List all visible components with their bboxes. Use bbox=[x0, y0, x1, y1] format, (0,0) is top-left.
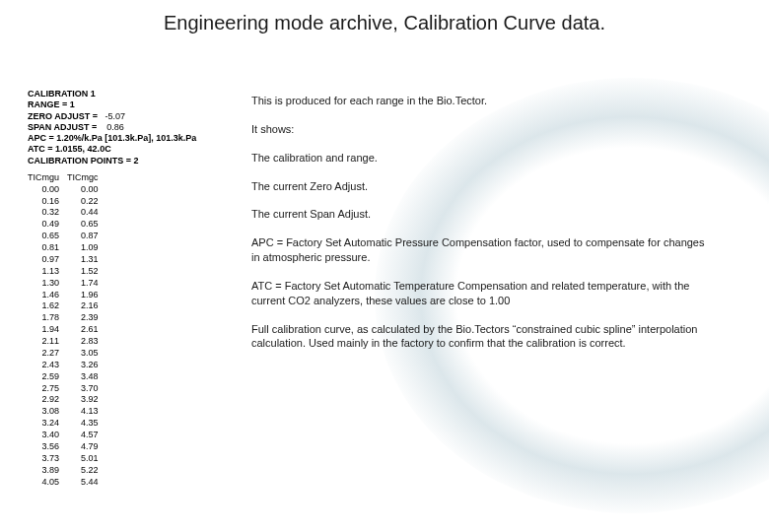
range-heading: RANGE = 1 bbox=[28, 100, 225, 110]
table-cell: 1.94 bbox=[28, 324, 67, 336]
table-cell: 4.05 bbox=[28, 477, 67, 489]
table-row: 2.593.48 bbox=[28, 371, 106, 383]
desc-paragraph: The calibration and range. bbox=[251, 151, 715, 166]
desc-paragraph: The current Span Adjust. bbox=[251, 207, 715, 222]
page-title: Engineering mode archive, Calibration Cu… bbox=[0, 12, 769, 34]
table-cell: 1.13 bbox=[28, 266, 67, 278]
table-header-row: TICmgu TICmgc bbox=[28, 172, 106, 184]
table-cell: 0.97 bbox=[28, 254, 67, 266]
table-cell: 3.24 bbox=[28, 418, 67, 430]
table-row: 3.244.35 bbox=[28, 418, 106, 430]
table-cell: 0.22 bbox=[67, 196, 106, 208]
table-row: 1.461.96 bbox=[28, 290, 106, 301]
zero-adjust-row: ZERO ADJUST = -5.07 bbox=[28, 111, 225, 122]
table-row: 2.273.05 bbox=[28, 348, 106, 360]
span-adjust-row: SPAN ADJUST = 0.86 bbox=[28, 122, 225, 133]
span-adjust-label: SPAN ADJUST = bbox=[28, 122, 97, 132]
table-cell: 3.05 bbox=[67, 348, 106, 360]
desc-paragraph: APC = Factory Set Automatic Pressure Com… bbox=[251, 235, 715, 265]
cal-points-heading: CALIBRATION POINTS = 2 bbox=[28, 156, 225, 166]
table-cell: 2.75 bbox=[28, 383, 67, 395]
table-cell: 1.62 bbox=[28, 300, 67, 312]
calibration-panel: CALIBRATION 1 RANGE = 1 ZERO ADJUST = -5… bbox=[28, 89, 225, 488]
desc-paragraph: Full calibration curve, as calculated by… bbox=[251, 322, 715, 352]
table-cell: 1.31 bbox=[67, 254, 106, 266]
table-cell: 1.74 bbox=[67, 278, 106, 290]
table-cell: 0.81 bbox=[28, 242, 67, 254]
atc-line: ATC = 1.0155, 42.0C bbox=[28, 144, 225, 155]
table-cell: 3.73 bbox=[28, 453, 67, 465]
table-row: 1.782.39 bbox=[28, 312, 106, 324]
table-cell: 1.96 bbox=[67, 290, 106, 301]
table-row: 0.971.31 bbox=[28, 254, 106, 266]
table-cell: 0.00 bbox=[67, 184, 106, 196]
table-cell: 0.00 bbox=[28, 184, 67, 196]
table-cell: 0.65 bbox=[28, 231, 67, 242]
table-cell: 0.44 bbox=[67, 207, 106, 219]
table-row: 2.112.83 bbox=[28, 336, 106, 348]
table-row: 0.000.00 bbox=[28, 184, 106, 196]
table-cell: 2.27 bbox=[28, 348, 67, 360]
table-cell: 1.30 bbox=[28, 278, 67, 290]
table-cell: 3.40 bbox=[28, 430, 67, 441]
table-cell: 2.61 bbox=[67, 324, 106, 336]
col-header-ticmgc: TICmgc bbox=[67, 172, 106, 184]
table-cell: 3.70 bbox=[67, 383, 106, 395]
table-row: 0.650.87 bbox=[28, 231, 106, 242]
table-cell: 5.22 bbox=[67, 465, 106, 477]
table-row: 2.753.70 bbox=[28, 383, 106, 395]
table-cell: 2.59 bbox=[28, 371, 67, 383]
table-cell: 4.13 bbox=[67, 406, 106, 418]
table-cell: 2.83 bbox=[67, 336, 106, 348]
description-panel: This is produced for each range in the B… bbox=[251, 94, 715, 365]
col-header-ticmgu: TICmgu bbox=[28, 172, 67, 184]
table-cell: 1.52 bbox=[67, 266, 106, 278]
table-cell: 5.44 bbox=[67, 477, 106, 489]
table-cell: 0.32 bbox=[28, 207, 67, 219]
table-row: 1.942.61 bbox=[28, 324, 106, 336]
zero-adjust-label: ZERO ADJUST = bbox=[28, 111, 98, 121]
table-row: 0.490.65 bbox=[28, 219, 106, 231]
desc-paragraph: It shows: bbox=[251, 122, 715, 137]
table-cell: 2.16 bbox=[67, 300, 106, 312]
table-cell: 3.89 bbox=[28, 465, 67, 477]
table-cell: 1.46 bbox=[28, 290, 67, 301]
table-cell: 3.26 bbox=[67, 360, 106, 371]
table-cell: 2.92 bbox=[28, 394, 67, 406]
table-cell: 0.65 bbox=[67, 219, 106, 231]
table-cell: 1.78 bbox=[28, 312, 67, 324]
table-row: 1.301.74 bbox=[28, 278, 106, 290]
table-cell: 3.08 bbox=[28, 406, 67, 418]
table-cell: 3.92 bbox=[67, 394, 106, 406]
table-row: 3.895.22 bbox=[28, 465, 106, 477]
table-cell: 1.09 bbox=[67, 242, 106, 254]
table-row: 2.923.92 bbox=[28, 394, 106, 406]
table-cell: 5.01 bbox=[67, 453, 106, 465]
zero-adjust-value: -5.07 bbox=[105, 111, 125, 121]
table-row: 1.622.16 bbox=[28, 300, 106, 312]
table-row: 1.131.52 bbox=[28, 266, 106, 278]
table-cell: 2.43 bbox=[28, 360, 67, 371]
table-cell: 4.57 bbox=[67, 430, 106, 441]
table-cell: 2.11 bbox=[28, 336, 67, 348]
table-row: 3.735.01 bbox=[28, 453, 106, 465]
table-row: 3.084.13 bbox=[28, 406, 106, 418]
span-adjust-value: 0.86 bbox=[106, 122, 124, 132]
table-row: 0.320.44 bbox=[28, 207, 106, 219]
table-row: 0.811.09 bbox=[28, 242, 106, 254]
table-cell: 3.48 bbox=[67, 371, 106, 383]
table-row: 2.433.26 bbox=[28, 360, 106, 371]
desc-paragraph: The current Zero Adjust. bbox=[251, 179, 715, 194]
desc-paragraph: ATC = Factory Set Automatic Temperature … bbox=[251, 279, 715, 308]
table-cell: 0.87 bbox=[67, 231, 106, 242]
table-row: 3.564.79 bbox=[28, 441, 106, 453]
table-cell: 0.16 bbox=[28, 196, 67, 208]
calibration-table: TICmgu TICmgc 0.000.000.160.220.320.440.… bbox=[28, 172, 106, 489]
table-cell: 3.56 bbox=[28, 441, 67, 453]
table-row: 4.055.44 bbox=[28, 477, 106, 489]
table-cell: 4.35 bbox=[67, 418, 106, 430]
table-cell: 0.49 bbox=[28, 219, 67, 231]
table-row: 0.160.22 bbox=[28, 196, 106, 208]
table-cell: 2.39 bbox=[67, 312, 106, 324]
desc-paragraph: This is produced for each range in the B… bbox=[251, 94, 715, 108]
